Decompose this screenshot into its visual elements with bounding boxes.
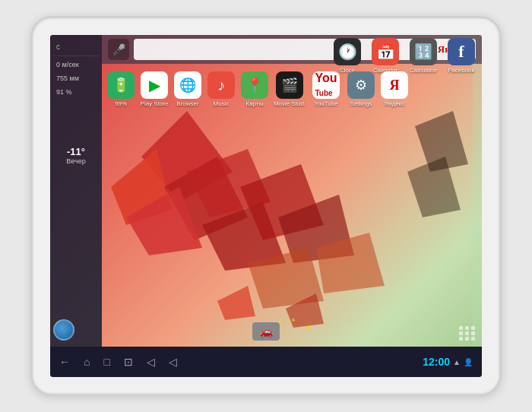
facebook-icon-img: f bbox=[448, 38, 475, 65]
dot-8 bbox=[465, 337, 469, 341]
app-icon-settings[interactable]: ⚙ Settings bbox=[345, 71, 377, 107]
tablet-screen: c 0 м/сек 755 мм 91 % -11° Вечер 🎤 Яндек… bbox=[50, 35, 482, 377]
home-button[interactable]: ⌂ bbox=[84, 356, 90, 368]
car-icon: 🚗 bbox=[252, 322, 280, 341]
dot-2 bbox=[465, 326, 469, 330]
app-icon-facebook[interactable]: f Facebook bbox=[444, 38, 479, 74]
youtube-icon-img: YouTube bbox=[312, 71, 340, 99]
screenshot-button[interactable]: ⊡ bbox=[124, 356, 133, 368]
left-panel-temp: -11° bbox=[66, 146, 85, 157]
left-panel: c 0 м/сек 755 мм 91 % -11° Вечер bbox=[50, 35, 102, 347]
dot-9 bbox=[471, 337, 475, 341]
app-icon-youtube[interactable]: YouTube YouTube bbox=[309, 71, 344, 107]
dot-3 bbox=[471, 326, 475, 330]
dot-7 bbox=[459, 337, 463, 341]
apps-row1: 🕐 Clock 📅 Calendar 🔢 Calculator f bbox=[330, 38, 479, 74]
battery-label: 99% bbox=[115, 100, 127, 107]
tablet-device: c 0 м/сек 755 мм 91 % -11° Вечер 🎤 Яндек… bbox=[30, 16, 502, 396]
playstore-label: Play Store bbox=[141, 100, 169, 107]
yandex-app-label: Яндекс bbox=[385, 100, 405, 107]
globe-icon[interactable] bbox=[53, 319, 74, 341]
left-panel-humidity: 91 % bbox=[53, 87, 99, 97]
playstore-icon-img: ▶ bbox=[141, 71, 168, 99]
app-icon-calendar[interactable]: 📅 Calendar bbox=[368, 38, 403, 74]
left-panel-time-label: Вечер bbox=[66, 157, 85, 165]
dot-1 bbox=[459, 326, 463, 330]
left-panel-speed: 0 м/сек bbox=[53, 59, 99, 70]
dot-5 bbox=[465, 331, 469, 335]
dot-6 bbox=[471, 331, 475, 335]
volume-up-button[interactable]: ◁ bbox=[169, 356, 177, 368]
calculator-icon-img: 🔢 bbox=[410, 38, 437, 65]
wifi-icon: ▲ bbox=[453, 358, 461, 366]
user-icon: 👤 bbox=[464, 358, 473, 366]
dot-4 bbox=[459, 331, 463, 335]
maps-label: Карты bbox=[246, 100, 264, 107]
back-button[interactable]: ← bbox=[59, 356, 70, 368]
settings-label: Settings bbox=[350, 100, 372, 107]
maps-icon-img: 📍 bbox=[241, 71, 268, 99]
app-icon-clock[interactable]: 🕐 Clock bbox=[330, 38, 365, 74]
grid-dots[interactable] bbox=[459, 326, 476, 341]
bottom-nav-bar: ← ⌂ □ ⊡ ◁ ◁ 12:00 ▲ 👤 bbox=[50, 347, 482, 377]
music-icon-img: ♪ bbox=[207, 71, 235, 99]
left-panel-c-label: c bbox=[53, 41, 99, 52]
mic-button[interactable]: 🎤 bbox=[108, 39, 129, 60]
apps-row2: 🔋 99% ▶ Play Store 🌐 Browser ♪ Music 📍 К… bbox=[105, 71, 479, 107]
movie-label: Movie Stud. bbox=[274, 100, 306, 107]
recent-button[interactable]: □ bbox=[103, 356, 109, 368]
browser-label: Browser bbox=[176, 100, 198, 107]
movie-icon-img: 🎬 bbox=[276, 71, 303, 99]
app-icon-browser[interactable]: 🌐 Browser bbox=[172, 71, 204, 107]
battery-icon-img: 🔋 bbox=[107, 71, 135, 99]
settings-icon-img: ⚙ bbox=[347, 71, 375, 99]
browser-icon-img: 🌐 bbox=[174, 71, 201, 99]
youtube-label: YouTube bbox=[314, 100, 337, 107]
nav-icons-group: ← ⌂ □ ⊡ ◁ ◁ bbox=[59, 356, 177, 368]
left-panel-pressure: 755 мм bbox=[53, 73, 99, 84]
app-icon-movie[interactable]: 🎬 Movie Stud. bbox=[272, 71, 307, 107]
calendar-icon-img: 📅 bbox=[372, 38, 399, 65]
yandex-icon-img: Я bbox=[381, 71, 408, 99]
app-icon-calculator[interactable]: 🔢 Calculator bbox=[406, 38, 441, 74]
clock-time: 12:00 bbox=[423, 356, 450, 368]
app-icon-music[interactable]: ♪ Music bbox=[205, 71, 237, 107]
app-icon-playstore[interactable]: ▶ Play Store bbox=[138, 71, 170, 107]
app-icon-maps[interactable]: 📍 Карты bbox=[239, 71, 271, 107]
app-icon-battery[interactable]: 🔋 99% bbox=[105, 71, 137, 107]
clock-icon-img: 🕐 bbox=[334, 38, 361, 65]
status-bar-right: 12:00 ▲ 👤 bbox=[423, 356, 473, 368]
music-label: Music bbox=[214, 100, 230, 107]
volume-down-button[interactable]: ◁ bbox=[147, 356, 155, 368]
app-icon-yandex[interactable]: Я Яндекс bbox=[378, 71, 410, 107]
